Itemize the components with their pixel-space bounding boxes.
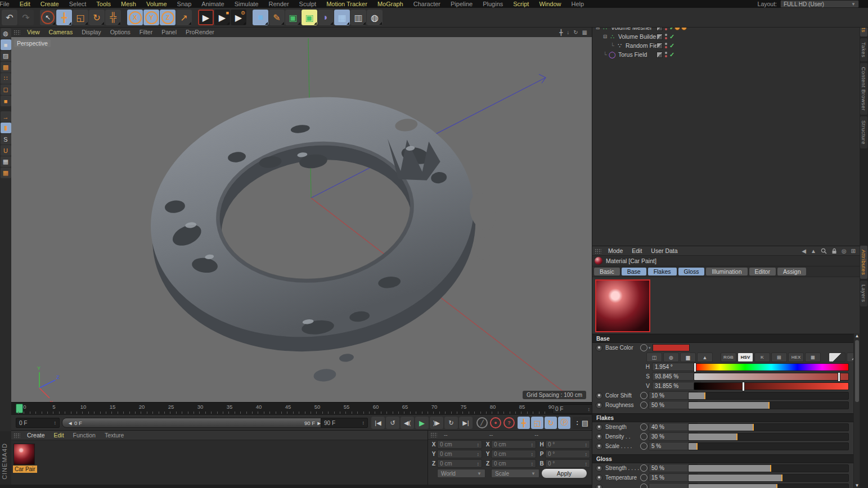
camera-label[interactable]: Perspective — [14, 39, 51, 47]
keyframe-dot[interactable] — [596, 345, 602, 351]
spinner-icon[interactable]: ↕ — [360, 420, 365, 426]
render-view-button[interactable]: ▶ — [198, 10, 214, 25]
light-button[interactable]: ◍ — [367, 10, 383, 25]
spinner-icon[interactable]: ↕ — [475, 442, 480, 448]
keyframe-dot[interactable] — [596, 475, 602, 481]
pen-spline-button[interactable]: ✎ — [269, 10, 285, 25]
tab-flakes[interactable]: Flakes — [648, 268, 677, 275]
keyframe-help-button[interactable]: ? — [503, 417, 515, 429]
visibility-dots[interactable] — [665, 34, 667, 39]
side-tab-structure[interactable]: Structure — [860, 116, 867, 148]
spinner-icon[interactable]: ↕ — [475, 461, 480, 467]
texture-link-toggle[interactable] — [640, 392, 647, 399]
keyframe-dot[interactable] — [596, 484, 602, 488]
play-button[interactable]: ▶ — [415, 417, 429, 429]
spinner-icon[interactable]: ↕ — [586, 406, 591, 412]
previous-frame-button[interactable]: ◀( — [401, 417, 414, 429]
menu-help[interactable]: Help — [566, 0, 590, 8]
coord-field[interactable]: 0 cm↕ — [437, 459, 482, 468]
spinner-icon[interactable]: ↕ — [583, 442, 588, 448]
toggle-views-icon[interactable]: ▦ — [582, 29, 587, 35]
slider-handle[interactable] — [742, 382, 745, 391]
menu-mograph[interactable]: MoGraph — [372, 0, 408, 8]
viewport-menu-filter[interactable]: Filter — [135, 29, 157, 35]
swatches-mode-button[interactable]: ▩ — [805, 353, 821, 362]
attr-menu-edit[interactable]: Edit — [627, 247, 646, 254]
record-rotation-button[interactable]: ↻ — [545, 417, 557, 429]
generators-button[interactable]: ▣ — [285, 10, 301, 25]
viewport-menu-panel[interactable]: Panel — [157, 29, 181, 35]
coordinate-system-button[interactable]: ↗ — [176, 10, 192, 25]
timeline-ruler[interactable]: 0 F ↕ 0510152025303540455055606570758085… — [11, 402, 592, 415]
record-scale-button[interactable]: ◱ — [531, 417, 543, 429]
volume-builder-button[interactable]: ▣ — [302, 10, 317, 25]
panel-grip[interactable] — [595, 248, 601, 254]
keyframe-dot[interactable] — [596, 402, 602, 409]
tab-gloss[interactable]: Gloss — [678, 268, 705, 275]
apply-button[interactable]: Apply — [542, 469, 587, 478]
enabled-check-icon[interactable]: ✓ — [669, 33, 674, 40]
scroll-down-icon[interactable]: ▼ — [855, 483, 860, 488]
make-editable-button[interactable]: ◍ — [1, 28, 11, 39]
scroll-thumb[interactable] — [855, 340, 859, 402]
coord-field[interactable]: 0 cm↕ — [437, 440, 482, 449]
panel-grip[interactable] — [430, 432, 437, 437]
screen-mode-button[interactable]: ▤ — [771, 353, 787, 362]
snap-settings-button[interactable]: S — [1, 134, 11, 144]
keyframe-dot[interactable] — [596, 443, 602, 450]
history-back-icon[interactable]: ◀ — [802, 248, 806, 254]
spinner-icon[interactable]: ↕ — [529, 442, 534, 448]
attr-menu-mode[interactable]: Mode — [604, 247, 627, 254]
coord-field[interactable]: 0 °↕ — [545, 459, 590, 468]
polygons-mode-button[interactable]: ■ — [1, 96, 11, 106]
texture-link-toggle[interactable] — [640, 464, 647, 472]
menu-motion-tracker[interactable]: Motion Tracker — [321, 0, 372, 8]
render-picture-viewer-button[interactable]: ▶■ — [214, 10, 230, 25]
menu-character[interactable]: Character — [408, 0, 446, 8]
visibility-dots[interactable] — [665, 43, 667, 48]
next-frame-button[interactable]: )▶ — [430, 417, 443, 429]
texture-link-toggle[interactable] — [640, 474, 647, 481]
layout-select[interactable]: FULL HD (User) ▼ — [780, 0, 859, 8]
menu-render[interactable]: Render — [263, 0, 294, 8]
spinner-icon[interactable]: ↕ — [583, 461, 588, 467]
tab-base[interactable]: Base — [622, 268, 646, 275]
param-slider[interactable] — [688, 474, 849, 482]
menu-script[interactable]: Script — [508, 0, 534, 8]
menu-simulate[interactable]: Simulate — [230, 0, 264, 8]
tab-editor[interactable]: Editor — [749, 268, 776, 275]
tree-item-volume-builder[interactable]: ⊟∴Volume Builder✓ — [592, 32, 860, 41]
record-objects-button[interactable]: ╱ — [476, 417, 488, 429]
workplane-mode-button[interactable]: ▦ — [1, 168, 11, 178]
side-tab-layers[interactable]: Layers — [860, 281, 867, 306]
slider-handle[interactable] — [694, 363, 696, 372]
hex-mode-button[interactable]: HEX — [788, 353, 804, 362]
menu-select[interactable]: Select — [64, 0, 92, 8]
param-slider[interactable] — [688, 484, 849, 488]
menu-volume[interactable]: Volume — [141, 0, 172, 8]
scale-space-select[interactable]: Scale▼ — [491, 469, 539, 478]
lock-x-axis-button[interactable]: X — [127, 10, 143, 25]
lock-icon[interactable] — [831, 248, 837, 254]
add-primitive-button[interactable]: ■ — [253, 10, 268, 25]
start-frame-field[interactable]: 0 F↕ — [16, 418, 60, 428]
hsv-mode-button[interactable]: HSV — [737, 353, 753, 362]
spinner-icon[interactable]: ↕ — [52, 420, 57, 426]
coord-field[interactable]: 0 cm↕ — [491, 450, 536, 458]
scale-tool[interactable]: ◱ — [73, 10, 88, 25]
param-slider[interactable] — [688, 392, 849, 400]
tree-item-random-field[interactable]: └∵Random Field✓ — [592, 41, 860, 50]
keyframe-dot[interactable] — [596, 465, 602, 472]
color-wheel-icon[interactable]: ◍ — [663, 353, 679, 362]
coord-field[interactable]: 0 cm↕ — [491, 459, 536, 468]
lock-y-axis-button[interactable]: Y — [143, 10, 159, 25]
matman-menu-edit[interactable]: Edit — [50, 432, 69, 439]
rotate-view-icon[interactable]: ↻ — [573, 29, 578, 35]
viewport-menu-cameras[interactable]: Cameras — [44, 29, 78, 35]
torus-mesh[interactable] — [137, 76, 516, 400]
side-tab-content-browser[interactable]: Content Browser — [860, 63, 867, 115]
end-frame-field[interactable]: 90 F↕ — [321, 418, 368, 428]
side-tab-attributes[interactable]: Attributes — [860, 246, 867, 279]
render-settings-button[interactable]: ▶⚙ — [231, 10, 246, 25]
navigate-up-icon[interactable]: ▲ — [811, 248, 816, 254]
